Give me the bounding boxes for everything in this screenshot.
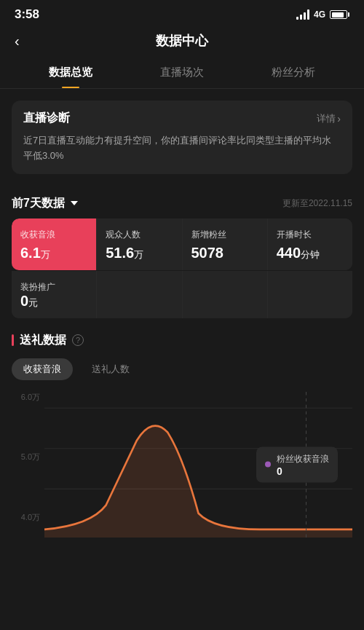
diagnosis-header: 直播诊断 详情 › [23, 111, 341, 126]
stat-cell-empty-1 [97, 271, 181, 318]
diagnosis-card: 直播诊断 详情 › 近7日直播互动能力有提升空间，你的直播间评论率比同类型主播的… [12, 101, 352, 174]
tab-data-overview[interactable]: 数据总览 [15, 58, 126, 88]
back-button[interactable]: ‹ [15, 33, 20, 50]
section-title-row: 送礼数据 ? [12, 333, 352, 348]
tooltip-label: 粉丝收获音浪 [277, 452, 329, 465]
header: ‹ 数据中心 [0, 26, 364, 58]
stat-cell-new-fans: 新增粉丝 5078 [183, 218, 267, 270]
toggle-sound-wave[interactable]: 收获音浪 [12, 358, 73, 380]
stats-grid: 收获音浪 6.1万 观众人数 51.6万 新增粉丝 5078 开播时长 440分… [12, 218, 352, 270]
toggle-gift-count[interactable]: 送礼人数 [80, 358, 141, 380]
diagnosis-text: 近7日直播互动能力有提升空间，你的直播间评论率比同类型主播的平均水平低3.0% [23, 133, 341, 164]
tooltip-value: 0 [277, 465, 329, 476]
gift-section-title: 送礼数据 [20, 333, 66, 348]
data-period-row: 前7天数据 更新至2022.11.15 [0, 186, 364, 218]
toggle-row: 收获音浪 送礼人数 [12, 358, 352, 380]
signal-icon [296, 9, 309, 20]
stat-value-new-fans: 5078 [191, 245, 258, 260]
battery-icon [330, 10, 349, 19]
stat-value-live-duration: 440分钟 [277, 245, 344, 260]
main-content: 直播诊断 详情 › 近7日直播互动能力有提升空间，你的直播间评论率比同类型主播的… [0, 101, 364, 538]
status-time: 3:58 [15, 7, 39, 22]
stat-value-sound-wave: 6.1万 [20, 245, 87, 260]
chart-tooltip: 粉丝收获音浪 0 [256, 446, 338, 482]
status-icons: 4G [296, 9, 349, 20]
diagnosis-detail-link[interactable]: 详情 › [317, 112, 341, 125]
tooltip-dot [265, 462, 271, 468]
stats-row2: 装扮推广 0元 [12, 271, 352, 318]
tab-live-sessions[interactable]: 直播场次 [126, 58, 237, 88]
network-label: 4G [314, 9, 325, 20]
y-label-50k: 5.0万 [12, 452, 44, 462]
info-icon[interactable]: ? [72, 334, 84, 346]
dropdown-arrow-icon [71, 201, 78, 205]
gift-section: 送礼数据 ? 收获音浪 送礼人数 6.0万 5.0万 4.0万 [12, 333, 352, 538]
diagnosis-title: 直播诊断 [23, 111, 70, 126]
y-label-40k: 4.0万 [12, 512, 44, 523]
stat-value-audience: 51.6万 [106, 245, 173, 260]
stat-cell-sound-wave: 收获音浪 6.1万 [12, 218, 96, 270]
y-label-60k: 6.0万 [12, 392, 44, 403]
page-title: 数据中心 [156, 32, 208, 50]
chart-y-labels: 6.0万 5.0万 4.0万 [12, 392, 44, 538]
update-time: 更新至2022.11.15 [282, 197, 352, 210]
status-bar: 3:58 4G [0, 0, 364, 26]
stat-cell-empty-3 [268, 271, 352, 318]
chart-container: 6.0万 5.0万 4.0万 粉丝收获音 [12, 392, 352, 538]
tab-bar: 数据总览 直播场次 粉丝分析 [0, 58, 364, 89]
tab-fan-analysis[interactable]: 粉丝分析 [238, 58, 349, 88]
stat-value-outfit-promo: 0元 [20, 294, 87, 308]
stat-cell-empty-2 [183, 271, 267, 318]
section-accent-bar [12, 334, 14, 346]
stat-cell-audience: 观众人数 51.6万 [97, 218, 181, 270]
stat-cell-outfit-promo: 装扮推广 0元 [12, 271, 96, 318]
data-period-selector[interactable]: 前7天数据 [12, 196, 78, 211]
stat-cell-live-duration: 开播时长 440分钟 [268, 218, 352, 270]
